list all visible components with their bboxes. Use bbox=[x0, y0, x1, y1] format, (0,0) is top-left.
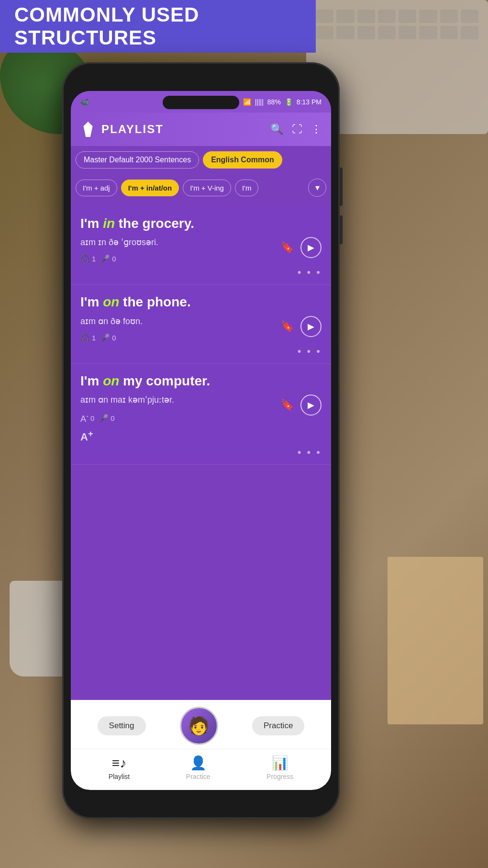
speak-count-1: 0 bbox=[112, 255, 116, 263]
sentence-text-1: I'm in the grocery. bbox=[80, 215, 322, 232]
mic-icon-3: 🎤 bbox=[99, 414, 109, 423]
camera-notch bbox=[163, 96, 239, 109]
more-dots-2[interactable]: • • • bbox=[80, 345, 322, 358]
sentence-phonetic-2: aɪm ɑn ðə foʊn. bbox=[80, 316, 143, 327]
progress-nav-icon: 📊 bbox=[272, 755, 288, 771]
banner-text: COMMONLY USED STRUCTURES bbox=[14, 3, 301, 49]
wifi-icon: 📶 bbox=[243, 98, 251, 106]
speak-stat-2: 🎤 0 bbox=[100, 333, 116, 342]
sentence-right-3: 🔖 ▶ bbox=[281, 395, 322, 416]
tab-english-common[interactable]: English Common bbox=[203, 151, 282, 169]
mic-icon-2: 🎤 bbox=[100, 333, 110, 342]
sentence-2-suffix: the phone. bbox=[119, 294, 190, 309]
more-dots-1[interactable]: • • • bbox=[80, 266, 322, 279]
listen-count-3: 0 bbox=[90, 414, 94, 422]
pattern-tabs-dropdown[interactable]: ▾ bbox=[308, 179, 326, 197]
nav-item-progress[interactable]: 📊 Progress bbox=[266, 755, 293, 780]
font-increase-ctrl[interactable]: A+ bbox=[80, 431, 93, 443]
headphone-icon-2: 🎧 bbox=[80, 333, 90, 342]
sentence-right-2: 🔖 ▶ bbox=[281, 316, 322, 337]
sentence-text-2: I'm on the phone. bbox=[80, 293, 322, 311]
sentence-right-1: 🔖 ▶ bbox=[281, 237, 322, 258]
nav-item-playlist[interactable]: ≡♪ Playlist bbox=[109, 755, 130, 780]
mic-icon-1: 🎤 bbox=[100, 254, 110, 263]
top-banner: COMMONLY USED STRUCTURES bbox=[0, 0, 316, 53]
sentence-text-3: I'm on my computer. bbox=[80, 372, 322, 390]
tab-master-default[interactable]: Master Default 2000 Sentences bbox=[76, 151, 199, 169]
sentence-1-highlight: in bbox=[103, 216, 115, 231]
search-icon[interactable]: 🔍 bbox=[270, 123, 283, 135]
app-logo bbox=[80, 122, 96, 137]
notebook-decoration bbox=[388, 557, 483, 724]
bookmark-icon-1[interactable]: 🔖 bbox=[281, 241, 294, 254]
tab-im-ving[interactable]: I'm + V-ing bbox=[183, 180, 231, 196]
listen-stat-1: 🎧 1 bbox=[80, 254, 96, 263]
power-button bbox=[340, 168, 343, 206]
headphone-icon-3: A- bbox=[80, 412, 89, 424]
sentence-card-2: I'm on the phone. aɪm ɑn ðə foʊn. 🎧 1 bbox=[71, 285, 331, 363]
sentence-3-prefix: I'm bbox=[80, 373, 103, 388]
tab-im[interactable]: I'm bbox=[235, 180, 259, 196]
listen-stat-3: A- 0 bbox=[80, 412, 94, 424]
speak-stat-3: 🎤 0 bbox=[99, 414, 114, 423]
practice-nav-label: Practice bbox=[186, 773, 211, 780]
app-title: PLAYLIST bbox=[101, 123, 265, 136]
speak-stat-1: 🎤 0 bbox=[100, 254, 116, 263]
bottom-nav: ≡♪ Playlist 👤 Practice 📊 Progress bbox=[71, 749, 331, 790]
sentence-2-prefix: I'm bbox=[80, 294, 103, 309]
playlist-nav-label: Playlist bbox=[109, 773, 130, 780]
more-dots-3[interactable]: • • • bbox=[80, 446, 322, 459]
setting-button[interactable]: Setting bbox=[98, 716, 146, 735]
signal-icon: ||||| bbox=[255, 98, 264, 106]
center-avatar[interactable]: 🧑 bbox=[180, 707, 218, 745]
tab-im-in-at-on[interactable]: I'm + in/at/on bbox=[121, 180, 179, 196]
sentence-actions-1: 🎧 1 🎤 0 bbox=[80, 254, 158, 263]
listen-count-1: 1 bbox=[92, 255, 96, 263]
progress-nav-label: Progress bbox=[266, 773, 293, 780]
tab-im-adj[interactable]: I'm + adj bbox=[76, 180, 117, 196]
nav-item-practice[interactable]: 👤 Practice bbox=[186, 755, 211, 780]
sentence-phonetic-3: aɪm ɑn maɪ kəmˈpjuːtər. bbox=[80, 395, 174, 405]
fullscreen-icon[interactable]: ⛶ bbox=[292, 123, 302, 135]
playlist-nav-icon: ≡♪ bbox=[112, 755, 126, 771]
headphone-icon-1: 🎧 bbox=[80, 254, 90, 263]
status-left: 📹 bbox=[80, 98, 89, 106]
playlist-tabs: Master Default 2000 Sentences English Co… bbox=[71, 146, 331, 174]
sentence-card-1: I'm in the grocery. aɪm ɪn ðə ˈɡroʊsəri.… bbox=[71, 206, 331, 285]
header-icons: 🔍 ⛶ ⋮ bbox=[270, 123, 322, 135]
play-btn-2[interactable]: ▶ bbox=[300, 316, 322, 337]
sentence-3-suffix: my computer. bbox=[119, 373, 210, 388]
sentence-3-highlight: on bbox=[103, 373, 119, 388]
practice-nav-icon: 👤 bbox=[190, 755, 207, 771]
sentence-1-prefix: I'm bbox=[80, 216, 103, 231]
sentence-card-3: I'm on my computer. aɪm ɑn maɪ kəmˈpjuːt… bbox=[71, 364, 331, 465]
more-icon[interactable]: ⋮ bbox=[311, 123, 322, 135]
sentence-1-suffix: the grocery. bbox=[115, 216, 194, 231]
status-right: 🔷 📶 ||||| 88% 🔋 8:13 PM bbox=[231, 98, 322, 106]
practice-button[interactable]: Practice bbox=[252, 716, 304, 735]
pattern-tabs: I'm + adj I'm + in/at/on I'm + V-ing I'm… bbox=[71, 174, 331, 202]
speak-count-2: 0 bbox=[112, 334, 116, 342]
speak-count-3: 0 bbox=[111, 414, 114, 422]
phone-body: 📹 🔷 📶 ||||| 88% 🔋 8:13 PM PLAYLIST bbox=[62, 62, 340, 819]
volume-button bbox=[340, 215, 343, 244]
battery-percent: 88% bbox=[267, 98, 281, 106]
bookmark-icon-2[interactable]: 🔖 bbox=[281, 320, 294, 333]
sentence-actions-3: A- 0 🎤 0 bbox=[80, 412, 174, 424]
play-btn-3[interactable]: ▶ bbox=[300, 395, 322, 416]
phone-screen: 📹 🔷 📶 ||||| 88% 🔋 8:13 PM PLAYLIST bbox=[71, 91, 331, 790]
listen-count-2: 1 bbox=[92, 334, 96, 342]
sentence-actions-2: 🎧 1 🎤 0 bbox=[80, 333, 143, 342]
listen-stat-2: 🎧 1 bbox=[80, 333, 96, 342]
bottom-center-area: Setting 🧑 Practice bbox=[71, 700, 331, 749]
play-btn-1[interactable]: ▶ bbox=[300, 237, 322, 258]
sentence-phonetic-1: aɪm ɪn ðə ˈɡroʊsəri. bbox=[80, 237, 158, 248]
sentence-2-highlight: on bbox=[103, 294, 119, 309]
bottom-section: Setting 🧑 Practice ≡♪ Playlist 👤 Practic… bbox=[71, 700, 331, 790]
video-icon: 📹 bbox=[80, 98, 89, 106]
app-header: PLAYLIST 🔍 ⛶ ⋮ bbox=[71, 113, 331, 146]
clock: 8:13 PM bbox=[297, 98, 322, 106]
bookmark-icon-3[interactable]: 🔖 bbox=[281, 399, 294, 411]
phone-wrapper: 📹 🔷 📶 ||||| 88% 🔋 8:13 PM PLAYLIST bbox=[62, 62, 340, 819]
battery-icon: 🔋 bbox=[285, 98, 293, 106]
